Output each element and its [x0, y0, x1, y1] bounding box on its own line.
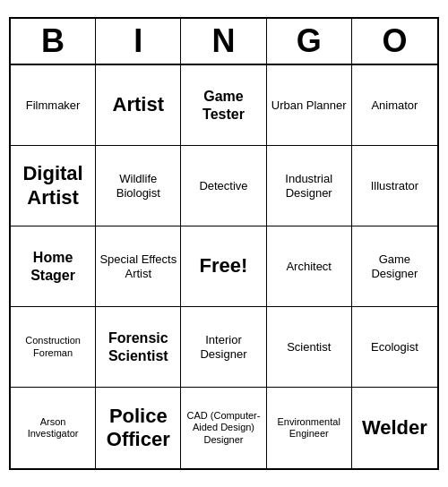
cell-text-2: Game Tester — [185, 88, 262, 122]
bingo-header: BINGO — [11, 19, 437, 65]
cell-text-13: Architect — [286, 260, 332, 274]
bingo-cell-24: Welder — [352, 388, 437, 468]
cell-text-4: Animator — [371, 98, 418, 113]
cell-text-9: Illustrator — [371, 179, 418, 193]
bingo-cell-3: Urban Planner — [267, 65, 352, 146]
cell-text-3: Urban Planner — [271, 98, 347, 113]
cell-text-24: Welder — [362, 416, 427, 440]
bingo-letter-o: O — [352, 19, 437, 64]
bingo-card: BINGO FilmmakerArtistGame TesterUrban Pl… — [9, 17, 439, 470]
bingo-cell-10: Home Stager — [11, 226, 96, 307]
cell-text-14: Game Designer — [356, 252, 434, 280]
bingo-letter-n: N — [181, 19, 266, 64]
bingo-cell-1: Artist — [96, 65, 181, 146]
bingo-grid: FilmmakerArtistGame TesterUrban PlannerA… — [11, 65, 437, 468]
bingo-cell-14: Game Designer — [352, 226, 437, 307]
bingo-cell-23: Environmental Engineer — [267, 388, 352, 468]
bingo-cell-13: Architect — [267, 226, 352, 307]
bingo-cell-18: Scientist — [267, 307, 352, 388]
bingo-cell-15: Construction Foreman — [11, 307, 96, 388]
bingo-cell-7: Detective — [181, 146, 266, 226]
cell-text-17: Interior Designer — [185, 333, 262, 361]
bingo-letter-i: I — [96, 19, 181, 64]
cell-text-6: Wildlife Biologist — [99, 172, 177, 200]
cell-text-20: Arson Investigator — [14, 416, 91, 440]
cell-text-1: Artist — [113, 93, 164, 116]
cell-text-5: Digital Artist — [14, 162, 91, 209]
cell-text-21: Police Officer — [99, 405, 177, 452]
bingo-cell-22: CAD (Computer-Aided Design) Designer — [181, 388, 266, 468]
cell-text-22: CAD (Computer-Aided Design) Designer — [185, 410, 262, 446]
bingo-letter-b: B — [11, 19, 96, 64]
cell-text-15: Construction Foreman — [14, 335, 91, 358]
cell-text-11: Special Effects Artist — [99, 252, 177, 280]
bingo-cell-0: Filmmaker — [11, 65, 96, 146]
bingo-letter-g: G — [267, 19, 352, 64]
bingo-cell-16: Forensic Scientist — [96, 307, 181, 388]
bingo-cell-17: Interior Designer — [181, 307, 266, 388]
cell-text-8: Industrial Designer — [271, 172, 348, 200]
bingo-cell-12: Free! — [181, 226, 266, 307]
cell-text-12: Free! — [200, 254, 248, 278]
bingo-cell-5: Digital Artist — [11, 146, 96, 226]
cell-text-7: Detective — [199, 179, 247, 193]
bingo-cell-4: Animator — [352, 65, 437, 146]
bingo-cell-21: Police Officer — [96, 388, 181, 468]
cell-text-0: Filmmaker — [26, 98, 81, 113]
bingo-cell-2: Game Tester — [181, 65, 266, 146]
bingo-cell-11: Special Effects Artist — [96, 226, 181, 307]
bingo-cell-6: Wildlife Biologist — [96, 146, 181, 226]
cell-text-16: Forensic Scientist — [99, 329, 177, 363]
bingo-cell-20: Arson Investigator — [11, 388, 96, 468]
cell-text-18: Scientist — [287, 340, 331, 355]
cell-text-23: Environmental Engineer — [271, 416, 348, 440]
cell-text-10: Home Stager — [14, 249, 91, 283]
bingo-cell-9: Illustrator — [352, 146, 437, 226]
cell-text-19: Ecologist — [371, 340, 418, 355]
bingo-cell-8: Industrial Designer — [267, 146, 352, 226]
bingo-cell-19: Ecologist — [352, 307, 437, 388]
